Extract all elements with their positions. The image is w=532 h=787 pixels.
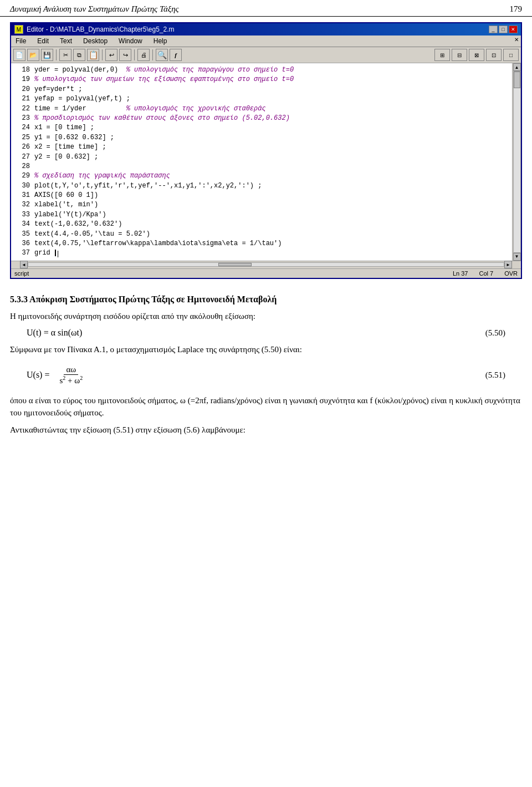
save-button[interactable]: 💾 xyxy=(41,49,53,61)
header-title: Δυναμική Ανάλυση των Συστημάτων Πρώτης Τ… xyxy=(10,4,179,14)
equation-1: U(t) = α sin(ωt) (5.50) xyxy=(27,328,505,338)
code-part: yef=yder*t ; xyxy=(34,85,82,93)
scroll-thumb[interactable] xyxy=(514,72,520,88)
page-header: Δυναμική Ανάλυση των Συστημάτων Πρώτης Τ… xyxy=(0,0,532,17)
scroll-down-arrow[interactable]: ▼ xyxy=(513,253,521,261)
line-number: 35 xyxy=(14,230,30,239)
code-part: % σχεδίαση της γραφικής παράστασης xyxy=(34,172,170,180)
scroll-up-arrow[interactable]: ▲ xyxy=(513,63,521,71)
grid-btn-1[interactable]: ⊞ xyxy=(434,49,450,61)
code-line: 31AXIS([0 60 0 1]) xyxy=(14,191,509,200)
code-part: % υπολογισμός των σημείων της εξίσωσης ε… xyxy=(34,75,294,83)
code-part: text(-1,0.632,'0.632') xyxy=(34,220,122,228)
new-file-button[interactable]: 📄 xyxy=(13,49,25,61)
grid-btn-4[interactable]: ⊡ xyxy=(486,49,502,61)
para1: Η ημιτονοειδής συνάρτηση εισόδου ορίζετα… xyxy=(10,310,522,323)
line-number: 30 xyxy=(14,181,30,191)
minimize-button[interactable]: _ xyxy=(489,26,498,33)
editor-title: Editor - D:\MATLAB_Dynamics\Chapter5\eg5… xyxy=(27,26,175,33)
menu-desktop[interactable]: Desktop xyxy=(81,37,110,45)
line-content: time = 1/yder % υπολογισμός της χρονικής… xyxy=(34,104,266,114)
toolbar-right: ⊞ ⊟ ⊠ ⊡ □ xyxy=(434,49,519,61)
code-line: 24x1 = [0 time] ; xyxy=(14,123,509,133)
titlebar-controls[interactable]: _ □ ✕ xyxy=(489,26,518,33)
code-part: yder = polyval(der,0) xyxy=(34,66,118,74)
code-part: xlabel('t, min') xyxy=(34,201,98,209)
line-content: yefap = polyval(yef,t) ; xyxy=(34,94,130,104)
menu-help[interactable]: Help xyxy=(151,37,170,45)
menu-edit[interactable]: Edit xyxy=(35,37,51,45)
line-number: 19 xyxy=(14,75,30,84)
line-number: 36 xyxy=(14,239,30,248)
copy-button[interactable]: ⧉ xyxy=(73,49,85,61)
line-content: x2 = [time time] ; xyxy=(34,143,106,152)
close-button[interactable]: ✕ xyxy=(509,26,518,33)
horizontal-scrollbar[interactable]: ◄ ► xyxy=(11,261,521,268)
para4: Αντικαθιστώντας την εξίσωση (5.51) στην … xyxy=(10,424,522,436)
titlebar-left: M Editor - D:\MATLAB_Dynamics\Chapter5\e… xyxy=(14,25,175,34)
code-part: text(4,0.75,'\leftarrow\kappa\lambda\iot… xyxy=(34,240,282,247)
code-line: 18yder = polyval(der,0) % υπολογισμός τη… xyxy=(14,65,509,75)
code-line: 33ylabel('Y(t)/Kpa') xyxy=(14,210,509,220)
grid-btn-5[interactable]: □ xyxy=(503,49,519,61)
code-line: 37grid | xyxy=(14,248,509,258)
code-part: yefap = polyval(yef,t) ; xyxy=(34,95,130,103)
undo-button[interactable]: ↩ xyxy=(105,49,117,61)
line-content: text(-1,0.632,'0.632') xyxy=(34,220,122,229)
cut-button[interactable]: ✂ xyxy=(59,49,71,61)
editor-menubar: File Edit Text Desktop Window Help ✕ xyxy=(11,35,521,47)
main-content: 5.3.3 Απόκριση Συστήματος Πρώτης Τάξης σ… xyxy=(0,289,532,446)
func-button[interactable]: f xyxy=(170,49,182,61)
code-line: 21yefap = polyval(yef,t) ; xyxy=(14,94,509,104)
hscroll-left[interactable]: ◄ xyxy=(20,261,28,268)
maximize-button[interactable]: □ xyxy=(499,26,508,33)
statusbar-col: Col 7 xyxy=(479,270,493,277)
editor-code-container: 18yder = polyval(der,0) % υπολογισμός τη… xyxy=(11,63,521,261)
menu-window[interactable]: Window xyxy=(116,37,145,45)
code-part: x1 = [0 time] ; xyxy=(34,124,94,131)
code-line: 29% σχεδίαση της γραφικής παράστασης xyxy=(14,171,509,181)
line-content: yder = polyval(der,0) % υπολογισμός της … xyxy=(34,65,294,75)
scroll-track[interactable] xyxy=(513,71,521,253)
line-number: 24 xyxy=(14,123,30,133)
code-part: AXIS([0 60 0 1]) xyxy=(34,191,98,199)
paste-button[interactable]: 📋 xyxy=(87,49,99,61)
eq1-number: (5.50) xyxy=(485,328,505,338)
hscroll-thumb[interactable] xyxy=(218,263,252,266)
equation-2: U(s) = αω s2 + ω2 (5.51) xyxy=(27,365,505,385)
editor-code[interactable]: 18yder = polyval(der,0) % υπολογισμός τη… xyxy=(11,63,512,261)
statusbar-state: OVR xyxy=(504,270,518,277)
code-part: time = 1/yder xyxy=(34,105,86,113)
para3: όπου α είναι το εύρος του ημιτονοειδούς … xyxy=(10,394,522,419)
search-button[interactable]: 🔍 xyxy=(156,49,168,61)
eq2-fraction: αω s2 + ω2 xyxy=(57,365,85,385)
menu-file[interactable]: File xyxy=(13,37,28,45)
line-content: % προσδιορισμός των καθέτων στους άξονες… xyxy=(34,114,290,123)
vertical-scrollbar[interactable]: ▲ ▼ xyxy=(512,63,521,261)
hscroll-right[interactable]: ► xyxy=(504,261,512,268)
toolbar-sep-2 xyxy=(102,49,103,60)
hscroll-track[interactable] xyxy=(28,262,504,267)
code-part: y2 = [0 0.632] ; xyxy=(34,153,98,161)
line-number: 26 xyxy=(14,143,30,152)
grid-btn-3[interactable]: ⊠ xyxy=(469,49,484,61)
print-button[interactable]: 🖨 xyxy=(137,49,150,61)
code-part: x2 = [time time] ; xyxy=(34,143,106,151)
line-number: 32 xyxy=(14,200,30,210)
eq2-denominator: s2 + ω2 xyxy=(57,375,85,385)
code-line: 30plot(t,Y,'o',t,yfit,'r',t,yef,'--',x1,… xyxy=(14,181,509,191)
line-number: 20 xyxy=(14,85,30,94)
menu-text[interactable]: Text xyxy=(58,37,74,45)
open-button[interactable]: 📂 xyxy=(27,49,39,61)
line-number: 37 xyxy=(14,248,30,258)
code-line: 20yef=yder*t ; xyxy=(14,85,509,94)
redo-button[interactable]: ↪ xyxy=(119,49,131,61)
grid-btn-2[interactable]: ⊟ xyxy=(452,49,467,61)
code-line: 23% προσδιορισμός των καθέτων στους άξον… xyxy=(14,114,509,123)
eq1-text: U(t) = α sin(ωt) xyxy=(27,328,82,337)
code-part: ylabel('Y(t)/Kpa') xyxy=(34,211,106,219)
line-number: 22 xyxy=(14,104,30,114)
menu-resize[interactable]: ✕ xyxy=(514,37,519,45)
line-content: yef=yder*t ; xyxy=(34,85,82,94)
code-part: text(4.4,-0.05,'\tau = 5.02') xyxy=(34,230,150,238)
